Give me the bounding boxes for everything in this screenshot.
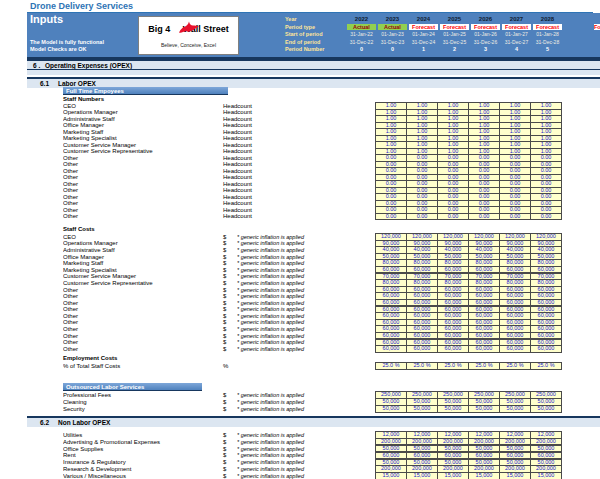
input-cell[interactable]: 50,000 bbox=[406, 405, 438, 413]
nonlabor-opex-row: Rent $ * generic inflation is applied 60… bbox=[0, 452, 600, 459]
period-type-cell: Forecast bbox=[440, 24, 469, 30]
row-label: Other bbox=[63, 313, 223, 319]
pct-total-staff-costs-row: % of Total Staff Costs % 25.0 %25.0 %25.… bbox=[0, 362, 600, 370]
section-number: 6.2 bbox=[40, 419, 49, 426]
staff-cost-row: Other $ * generic inflation is applied 6… bbox=[0, 319, 600, 326]
timeline-row-label: Start of period bbox=[285, 31, 324, 39]
period-start-date: 01-Jan-24 bbox=[408, 31, 439, 39]
row-label: Professional Fees bbox=[63, 392, 223, 398]
row-label: Administrative Staff bbox=[63, 247, 223, 253]
input-cell[interactable]: 15,000 bbox=[468, 472, 500, 479]
input-cell[interactable]: 60,000 bbox=[375, 345, 407, 353]
row-note: * generic inflation is applied bbox=[237, 432, 375, 438]
row-input-cells: 15,00015,00015,00015,00015,00015,000 bbox=[375, 472, 562, 479]
input-cell[interactable]: 25.0 % bbox=[530, 362, 562, 370]
timeline-row-label: Period type bbox=[285, 24, 324, 32]
year-label: 2024 bbox=[408, 16, 439, 24]
input-cell[interactable]: 25.0 % bbox=[468, 362, 500, 370]
row-unit: $ bbox=[223, 326, 237, 332]
row-note: * generic inflation is applied bbox=[237, 313, 375, 319]
row-note: * generic inflation is applied bbox=[237, 452, 375, 458]
input-cell[interactable]: 15,000 bbox=[530, 472, 562, 479]
outsourced-labor-banner: Outsourced Labor Services bbox=[63, 383, 202, 391]
row-unit: Headcount bbox=[223, 142, 237, 148]
year-label: 2027 bbox=[501, 16, 532, 24]
input-cell[interactable]: 60,000 bbox=[406, 345, 438, 353]
input-cell[interactable]: 60,000 bbox=[437, 345, 469, 353]
input-cell[interactable]: 0.00 bbox=[375, 213, 407, 221]
input-cell[interactable]: 0.00 bbox=[406, 213, 438, 221]
input-cell[interactable]: 50,000 bbox=[499, 405, 531, 413]
input-cell[interactable]: 50,000 bbox=[375, 405, 407, 413]
row-label: Other bbox=[63, 200, 223, 206]
row-unit: $ bbox=[223, 466, 237, 472]
row-note: * generic inflation is applied bbox=[237, 280, 375, 286]
year-label: 2023 bbox=[377, 16, 408, 24]
period-end-date: 31-Dec-22 bbox=[346, 39, 377, 47]
row-unit: $ bbox=[223, 406, 237, 412]
row-unit: Headcount bbox=[223, 155, 237, 161]
header-panel: Inputs The Model is fully functional Mod… bbox=[27, 13, 600, 59]
row-unit: Headcount bbox=[223, 116, 237, 122]
period-end-date: 31-Dec-27 bbox=[501, 39, 532, 47]
input-cell[interactable]: 25.0 % bbox=[437, 362, 469, 370]
row-unit: $ bbox=[223, 293, 237, 299]
input-cell[interactable]: 15,000 bbox=[406, 472, 438, 479]
row-unit: Headcount bbox=[223, 109, 237, 115]
input-cell[interactable]: 50,000 bbox=[437, 405, 469, 413]
row-label: Various / Miscellaneous bbox=[63, 473, 223, 479]
row-unit: $ bbox=[223, 234, 237, 240]
row-label: Other bbox=[63, 187, 223, 193]
input-cell[interactable]: 0.00 bbox=[530, 213, 562, 221]
input-cell[interactable]: 0.00 bbox=[499, 213, 531, 221]
row-unit: $ bbox=[223, 254, 237, 260]
input-cell[interactable]: 15,000 bbox=[499, 472, 531, 479]
staff-costs-heading: Staff Costs bbox=[63, 226, 95, 232]
period-start-date: 01-Jan-27 bbox=[501, 31, 532, 39]
row-unit: $ bbox=[223, 439, 237, 445]
sheet-title: Drone Delivery Services bbox=[30, 1, 133, 11]
input-cell[interactable]: 50,000 bbox=[468, 405, 500, 413]
input-cell[interactable]: 60,000 bbox=[530, 345, 562, 353]
row-label: Administrative Staff bbox=[63, 116, 223, 122]
period-start-date: 01-Jan-28 bbox=[532, 31, 563, 39]
row-input-cells: 0.000.000.000.000.000.00 bbox=[375, 213, 562, 221]
staff-cost-row: CEO $ * generic inflation is applied 120… bbox=[0, 233, 600, 240]
input-cell[interactable]: 60,000 bbox=[468, 345, 500, 353]
row-note: * generic inflation is applied bbox=[237, 293, 375, 299]
row-note: * generic inflation is applied bbox=[237, 392, 375, 398]
staff-cost-row: Other $ * generic inflation is applied 6… bbox=[0, 339, 600, 346]
input-cell[interactable]: 0.00 bbox=[437, 213, 469, 221]
outsourced-labor-row: Cleaning $ * generic inflation is applie… bbox=[0, 398, 600, 405]
row-note: * generic inflation is applied bbox=[237, 306, 375, 312]
timeline-column: 2028 Forecast 01-Jan-28 31-Dec-28 5 bbox=[532, 16, 563, 54]
row-label: Other bbox=[63, 213, 223, 219]
input-cell[interactable]: 25.0 % bbox=[499, 362, 531, 370]
row-label: Other bbox=[63, 339, 223, 345]
row-label: Marketing Specialist bbox=[63, 135, 223, 141]
row-label: Other bbox=[63, 300, 223, 306]
input-cell[interactable]: 15,000 bbox=[375, 472, 407, 479]
input-cell[interactable]: 25.0 % bbox=[375, 362, 407, 370]
section-divider-strip bbox=[27, 69, 600, 75]
row-unit: $ bbox=[223, 267, 237, 273]
nonlabor-opex-row: Office Supplies $ * generic inflation is… bbox=[0, 445, 600, 452]
row-input-cells: 60,00060,00060,00060,00060,00060,000 bbox=[375, 345, 562, 353]
input-cell[interactable]: 25.0 % bbox=[406, 362, 438, 370]
row-note: * generic inflation is applied bbox=[237, 254, 375, 260]
staff-numbers-rows: CEO Headcount 1.001.001.001.001.001.00 O… bbox=[0, 102, 600, 219]
staff-number-row: Other Headcount 0.000.000.000.000.000.00 bbox=[0, 213, 600, 220]
row-label: Operations Manager bbox=[63, 109, 223, 115]
section-label: Operating Expenses (OPEX) bbox=[45, 62, 132, 69]
input-cell[interactable]: 15,000 bbox=[437, 472, 469, 479]
row-note: * generic inflation is applied bbox=[237, 459, 375, 465]
staff-cost-row: Other $ * generic inflation is applied 6… bbox=[0, 286, 600, 293]
input-cell[interactable]: 60,000 bbox=[499, 345, 531, 353]
staff-cost-row: Other $ * generic inflation is applied 6… bbox=[0, 332, 600, 339]
input-cell[interactable]: 0.00 bbox=[468, 213, 500, 221]
row-label: Marketing Staff bbox=[63, 129, 223, 135]
input-cell[interactable]: 50,000 bbox=[530, 405, 562, 413]
staff-cost-row: Customer Service Manager $ * generic inf… bbox=[0, 273, 600, 280]
staff-numbers-heading: Staff Numbers bbox=[63, 96, 104, 102]
company-logo: Big 4 Wall Street Believe, Conceive, Exc… bbox=[138, 16, 239, 55]
